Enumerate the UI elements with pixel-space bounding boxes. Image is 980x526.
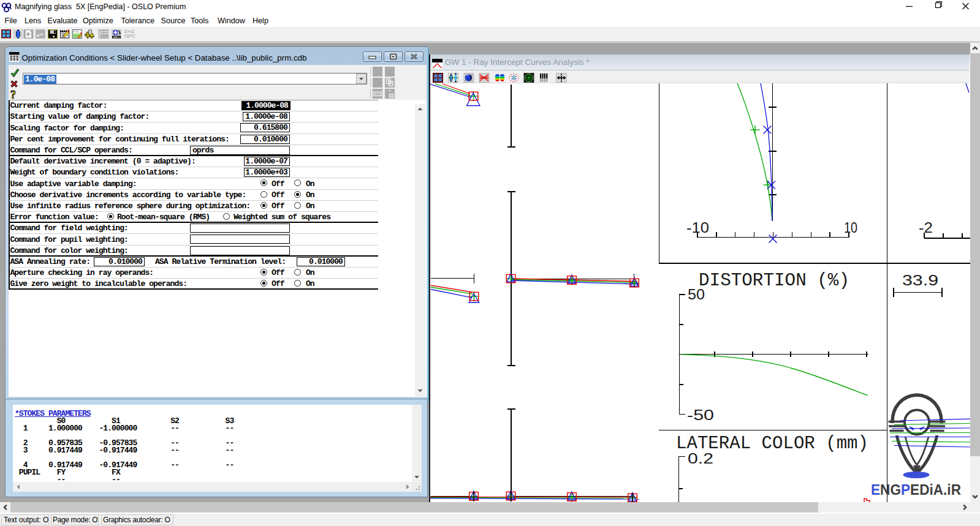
- svg-text:50: 50: [688, 286, 705, 302]
- svg-text:33.9: 33.9: [902, 272, 938, 288]
- svg-text:DISTORTION (%): DISTORTION (%): [699, 271, 849, 291]
- svg-text:-50: -50: [687, 407, 714, 423]
- svg-text:ENGPEDiA.iR: ENGPEDiA.iR: [871, 482, 961, 498]
- svg-text:10: 10: [844, 219, 857, 236]
- svg-text:-10: -10: [686, 219, 709, 236]
- svg-text:0.2: 0.2: [688, 450, 713, 467]
- svg-text:OPC: OPC: [124, 33, 135, 39]
- svg-text:?: ?: [10, 89, 16, 100]
- svg-text:-2: -2: [919, 219, 933, 236]
